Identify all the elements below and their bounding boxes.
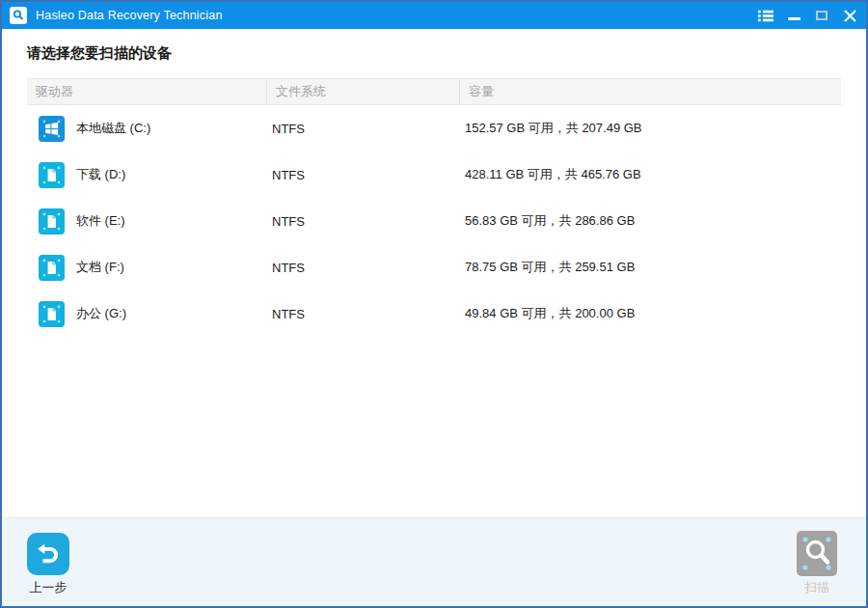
drive-name: 软件 (E:) (76, 212, 125, 230)
capacity-cell: 49.84 GB 可用，共 200.00 GB (460, 305, 841, 322)
back-arrow-icon (27, 533, 69, 575)
drive-table: 驱动器 文件系统 容量 (27, 78, 841, 337)
document-drive-icon (39, 208, 65, 235)
window-title: Hasleo Data Recovery Technician (36, 9, 223, 22)
table-header: 驱动器 文件系统 容量 (27, 78, 841, 105)
column-header-capacity: 容量 (460, 79, 841, 104)
drive-name-cell: 本地磁盘 (C:) (27, 116, 267, 142)
scan-button[interactable]: 扫描 (797, 531, 837, 596)
drive-name-cell: 软件 (E:) (27, 208, 267, 235)
capacity-cell: 428.11 GB 可用，共 465.76 GB (460, 166, 841, 183)
column-header-drive: 驱动器 (27, 79, 267, 104)
maximize-button[interactable] (814, 8, 829, 23)
drive-name-cell: 下载 (D:) (27, 162, 267, 188)
close-button[interactable] (842, 8, 857, 23)
page-title: 请选择您要扫描的设备 (27, 44, 841, 63)
app-window: Hasleo Data Recovery Technician 请选择您要扫描的… (0, 0, 868, 608)
scan-button-label: 扫描 (804, 579, 829, 596)
filesystem-cell: NTFS (267, 307, 460, 321)
capacity-cell: 56.83 GB 可用，共 286.86 GB (460, 212, 841, 230)
table-row-drive-e[interactable]: 软件 (E:) NTFS 56.83 GB 可用，共 286.86 GB (27, 198, 841, 244)
table-row-drive-c[interactable]: 本地磁盘 (C:) NTFS 152.57 GB 可用，共 207.49 GB (27, 105, 841, 152)
windows-drive-icon (39, 116, 65, 142)
titlebar-controls (758, 8, 857, 23)
drive-name: 本地磁盘 (C:) (76, 120, 150, 137)
document-drive-icon (39, 255, 65, 281)
scan-magnifier-icon (797, 531, 837, 576)
filesystem-cell: NTFS (267, 168, 460, 182)
filesystem-cell: NTFS (267, 261, 460, 275)
main-content: 请选择您要扫描的设备 驱动器 文件系统 容量 (2, 29, 866, 517)
table-row-drive-f[interactable]: 文档 (F:) NTFS 78.75 GB 可用，共 259.51 GB (27, 244, 841, 290)
filesystem-cell: NTFS (267, 214, 460, 229)
filesystem-cell: NTFS (267, 122, 460, 136)
app-logo-magnifier-icon (10, 7, 27, 24)
minimize-button[interactable] (786, 8, 801, 23)
back-button-label: 上一步 (30, 579, 68, 596)
title-bar: Hasleo Data Recovery Technician (2, 2, 866, 29)
document-drive-icon (39, 301, 65, 327)
menu-list-icon[interactable] (758, 8, 773, 23)
footer-bar: 上一步 扫描 (2, 517, 866, 606)
capacity-cell: 78.75 GB 可用，共 259.51 GB (460, 259, 841, 276)
table-row-drive-g[interactable]: 办公 (G:) NTFS 49.84 GB 可用，共 200.00 GB (27, 290, 841, 337)
column-header-filesystem: 文件系统 (267, 79, 460, 104)
drive-name: 办公 (G:) (76, 305, 126, 322)
back-button[interactable]: 上一步 (27, 533, 69, 596)
document-drive-icon (39, 162, 65, 188)
capacity-cell: 152.57 GB 可用，共 207.49 GB (460, 120, 841, 137)
drive-name: 文档 (F:) (76, 259, 124, 276)
drive-name-cell: 文档 (F:) (27, 255, 267, 281)
table-row-drive-d[interactable]: 下载 (D:) NTFS 428.11 GB 可用，共 465.76 GB (27, 152, 841, 198)
drive-name: 下载 (D:) (76, 166, 125, 183)
drive-name-cell: 办公 (G:) (27, 301, 267, 327)
